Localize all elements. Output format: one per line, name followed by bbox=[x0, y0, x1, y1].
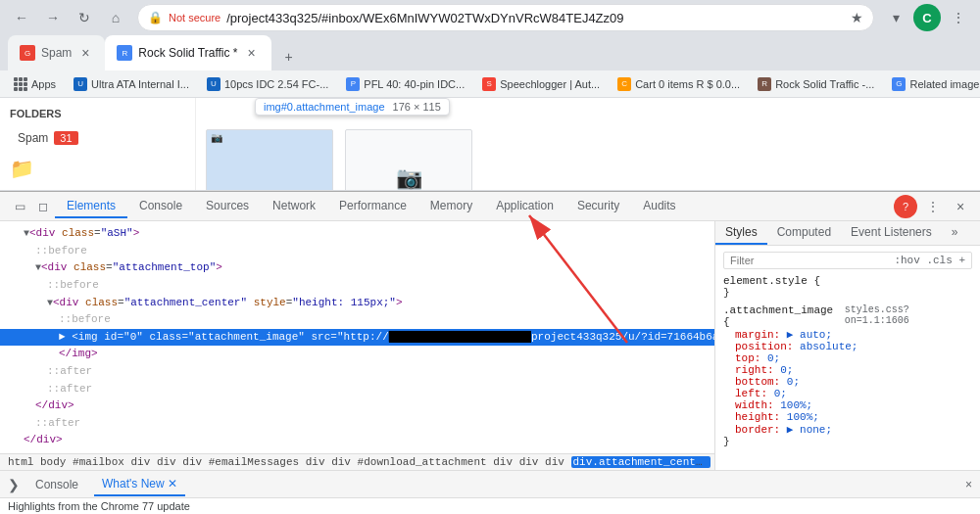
highlights-text: Highlights from the Chrome 77 update bbox=[8, 500, 190, 512]
breadcrumb-html[interactable]: html bbox=[8, 456, 33, 468]
email-area: FOLDERS Spam 31 📁 img#0.attachment_image… bbox=[0, 98, 980, 191]
prop-border: border: ▶ none; bbox=[723, 423, 972, 436]
element-style-selector: element.style { bbox=[723, 275, 972, 287]
filter-row: :hov .cls + bbox=[723, 252, 972, 269]
breadcrumb-attachment-center[interactable]: div.attachment_center bbox=[571, 456, 711, 468]
console-tab[interactable]: Console bbox=[27, 474, 86, 495]
styles-content: :hov .cls + element.style { } .attachmen… bbox=[715, 246, 980, 470]
prop-bottom: bottom: 0; bbox=[723, 376, 972, 388]
tab-elements[interactable]: Elements bbox=[55, 195, 127, 218]
account-button[interactable]: C bbox=[913, 4, 941, 31]
bookmark-favicon-related: G bbox=[892, 77, 906, 91]
bookmark-cart[interactable]: C Cart 0 items R $ 0.0... bbox=[612, 75, 746, 93]
tab-favicon-rst: R bbox=[117, 45, 132, 61]
tab-audits[interactable]: Audits bbox=[631, 195, 687, 218]
devtools-code: ▼<div class="aSH"> ::before ▼<div class=… bbox=[0, 221, 714, 453]
tab-console[interactable]: Console bbox=[127, 195, 194, 218]
attachment-selector-text: .attachment_image { bbox=[723, 304, 845, 328]
breadcrumb-emailmessages[interactable]: #emailMessages bbox=[209, 456, 299, 468]
devtools-tabs-bar: ▭ ◻ Elements Console Sources Network Per… bbox=[0, 192, 980, 221]
console-close[interactable]: × bbox=[965, 478, 972, 491]
bookmark-10pcs[interactable]: U 10pcs IDC 2.54 FC-... bbox=[201, 75, 334, 93]
bookmark-related[interactable]: G Related image bbox=[886, 75, 980, 93]
bookmark-favicon-ultra: U bbox=[74, 77, 87, 91]
bookmark-label-cart: Cart 0 items R $ 0.0... bbox=[635, 78, 740, 90]
breadcrumb-div3[interactable]: div bbox=[182, 456, 202, 468]
tab-gmail[interactable]: G Spam × bbox=[8, 35, 105, 70]
tab-memory[interactable]: Memory bbox=[418, 195, 484, 218]
bookmark-rst[interactable]: R Rock Solid Traffic -... bbox=[752, 75, 880, 93]
reload-button[interactable]: ↻ bbox=[71, 4, 98, 31]
attachment-bootstrap[interactable]: 📷 what-is-bootstrap.png bbox=[345, 129, 472, 191]
noname-thumb-icon: 📷 bbox=[211, 132, 222, 143]
close-devtools-button[interactable]: × bbox=[949, 195, 972, 218]
home-button[interactable]: ⌂ bbox=[102, 4, 129, 31]
more-menu-button[interactable]: ⋮ bbox=[945, 4, 972, 31]
lock-icon: 🔒 bbox=[148, 11, 163, 24]
attachment-selector: .attachment_image { styles.css?on=1.1:16… bbox=[723, 304, 972, 328]
breadcrumb-div6[interactable]: div bbox=[493, 456, 513, 468]
tab-security[interactable]: Security bbox=[565, 195, 631, 218]
tab-network[interactable]: Network bbox=[261, 195, 327, 218]
tab-performance[interactable]: Performance bbox=[327, 195, 418, 218]
styles-tab-more[interactable]: » bbox=[942, 221, 968, 245]
filter-options[interactable]: :hov .cls + bbox=[894, 255, 965, 266]
code-line-12: ::after bbox=[0, 415, 714, 433]
styles-tab-styles[interactable]: Styles bbox=[715, 221, 767, 245]
devtools-phone-button[interactable]: ◻ bbox=[31, 195, 55, 218]
breadcrumb-body[interactable]: body bbox=[40, 456, 66, 468]
main-area: FOLDERS Spam 31 📁 img#0.attachment_image… bbox=[0, 98, 980, 514]
attachments-row: 📷 noname.gif 📷 what-is-bootstrap.png bbox=[206, 129, 970, 191]
prop-right: right: 0; bbox=[723, 364, 972, 376]
bookmark-ultra[interactable]: U Ultra ATA Internal I... bbox=[68, 75, 195, 93]
extensions-button[interactable]: ▾ bbox=[882, 4, 909, 31]
breadcrumb-download[interactable]: #download_attachment bbox=[358, 456, 487, 468]
tab-sources[interactable]: Sources bbox=[194, 195, 261, 218]
breadcrumb-div1[interactable]: div bbox=[130, 456, 150, 468]
styles-tab-computed[interactable]: Computed bbox=[767, 221, 841, 245]
spam-label: Spam bbox=[18, 131, 48, 145]
breadcrumb-div7[interactable]: div bbox=[519, 456, 539, 468]
forward-button[interactable]: → bbox=[39, 4, 67, 31]
breadcrumb-div2[interactable]: div bbox=[157, 456, 176, 468]
attachment-source[interactable]: styles.css?on=1.1:1606 bbox=[845, 304, 972, 328]
devtools-dock-button[interactable]: ▭ bbox=[8, 195, 31, 218]
bookmark-favicon-rst: R bbox=[758, 77, 771, 91]
tab-application[interactable]: Application bbox=[484, 195, 565, 218]
prop-left: left: 0; bbox=[723, 388, 972, 399]
bootstrap-thumb-container: 📷 bbox=[345, 129, 472, 191]
bookmark-label-ultra: Ultra ATA Internal I... bbox=[91, 78, 189, 90]
breadcrumb-div8[interactable]: div bbox=[545, 456, 564, 468]
bookmarks-bar: Apps U Ultra ATA Internal I... U 10pcs I… bbox=[0, 70, 980, 98]
bookmark-speech[interactable]: S Speechlogger | Aut... bbox=[476, 75, 606, 93]
styles-tab-event-listeners[interactable]: Event Listeners bbox=[841, 221, 942, 245]
star-icon[interactable]: ★ bbox=[851, 10, 863, 25]
address-bar[interactable]: 🔒 Not secure /project433q325/#inbox/WEx6… bbox=[137, 4, 874, 31]
tab-close-gmail[interactable]: × bbox=[77, 45, 93, 61]
prop-height: height: 100%; bbox=[723, 411, 972, 423]
style-rule-attachment: .attachment_image { styles.css?on=1.1:16… bbox=[723, 304, 972, 447]
new-tab-button[interactable]: + bbox=[275, 43, 303, 70]
attachment-noname[interactable]: 📷 noname.gif bbox=[206, 129, 333, 191]
breadcrumb-mailbox[interactable]: #mailbox bbox=[73, 456, 124, 468]
whats-new-tab[interactable]: What's New ✕ bbox=[94, 473, 185, 496]
bookmark-pfl[interactable]: P PFL 40: 40-pin IDC... bbox=[340, 75, 470, 93]
attachment-tooltip: img#0.attachment_image 176 × 115 bbox=[255, 98, 450, 116]
code-line-13: </div> bbox=[0, 432, 714, 449]
apps-bookmark[interactable]: Apps bbox=[8, 75, 62, 93]
filter-input[interactable] bbox=[730, 255, 890, 266]
tab-close-rst[interactable]: × bbox=[244, 45, 260, 61]
address-text: /project433q325/#inbox/WEx6MnIWYW02TWxDY… bbox=[226, 11, 845, 25]
console-drawer-icon[interactable]: ❯ bbox=[8, 477, 20, 492]
breadcrumb-div4[interactable]: div bbox=[306, 456, 325, 468]
breadcrumb-div5[interactable]: div bbox=[331, 456, 351, 468]
bootstrap-thumb-icon: 📷 bbox=[396, 165, 422, 191]
tab-rst[interactable]: R Rock Solid Traffic * × bbox=[105, 35, 270, 70]
spam-folder-item[interactable]: Spam 31 bbox=[10, 127, 185, 149]
folder-icon: 📁 bbox=[10, 157, 185, 180]
question-badge[interactable]: ? bbox=[894, 195, 917, 218]
back-button[interactable]: ← bbox=[8, 4, 35, 31]
code-line-2: ::before bbox=[0, 243, 714, 260]
devtools-more-button[interactable]: ⋮ bbox=[921, 195, 945, 218]
code-line-highlighted[interactable]: ► <img id="0" class="attachment_image" s… bbox=[0, 329, 714, 347]
